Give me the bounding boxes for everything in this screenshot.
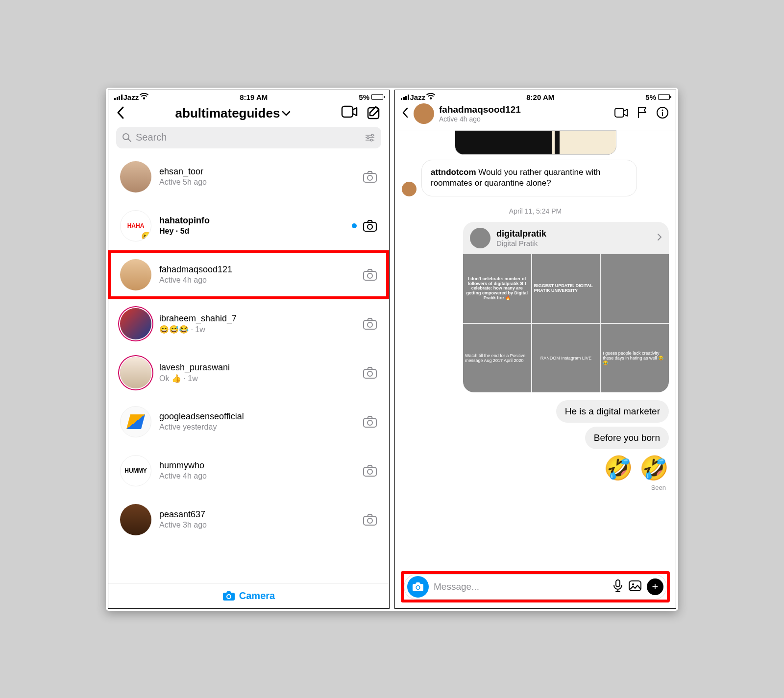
profile-avatar: [470, 228, 490, 248]
unread-dot: [352, 223, 357, 228]
battery-percent: 5%: [645, 93, 656, 101]
svg-point-9: [368, 224, 372, 229]
svg-rect-16: [364, 418, 376, 427]
account-switcher[interactable]: abultimateguides: [175, 106, 291, 121]
camera-bottom-button[interactable]: Camera: [108, 583, 389, 608]
chat-username[interactable]: fahadmaqsood121: [439, 104, 609, 115]
svg-rect-31: [616, 580, 620, 587]
svg-point-13: [368, 322, 372, 327]
svg-point-11: [368, 273, 372, 278]
camera-icon[interactable]: [363, 317, 377, 330]
mic-icon[interactable]: [612, 579, 623, 595]
chat-status: Active 4h ago: [439, 115, 609, 123]
conversation-item[interactable]: googleadsenseofficial Active yesterday: [108, 397, 389, 446]
search-icon: [122, 133, 132, 143]
wifi-icon: [426, 93, 435, 101]
svg-rect-8: [364, 222, 376, 231]
back-button[interactable]: [116, 106, 125, 121]
profile-grid-tile: I guess people lack creativity these day…: [601, 324, 669, 392]
profile-grid-tile: Watch till the end for a Positive messag…: [463, 324, 531, 392]
video-call-icon[interactable]: [614, 107, 629, 120]
flag-icon[interactable]: [637, 106, 648, 121]
camera-button[interactable]: [407, 576, 429, 598]
camera-icon[interactable]: [363, 219, 377, 232]
conversation-sub: Ok 👍 · 1w: [159, 374, 355, 383]
search-input[interactable]: Search: [116, 127, 381, 148]
chevron-right-icon: [657, 233, 662, 243]
svg-rect-18: [364, 467, 376, 476]
seen-indicator: Seen: [651, 484, 666, 491]
post-handle: attndotcom: [431, 168, 476, 177]
conversation-list[interactable]: ehsan_toor Active 5h ago HAHA hahatopinf…: [108, 152, 389, 583]
shared-media-preview[interactable]: [455, 130, 616, 155]
add-more-button[interactable]: +: [647, 578, 663, 595]
camera-icon[interactable]: [363, 170, 377, 183]
back-button[interactable]: [402, 107, 409, 120]
conversation-item[interactable]: ibraheem_shahid_7 😄😅😂 · 1w: [108, 299, 389, 348]
message-input[interactable]: Message... +: [404, 574, 667, 600]
conversation-sub: Active 4h ago: [159, 276, 355, 285]
conversation-name: googleadsenseofficial: [159, 411, 355, 422]
avatar: [120, 259, 151, 290]
conversation-sub: Active yesterday: [159, 423, 355, 432]
conversation-item[interactable]: ehsan_toor Active 5h ago: [108, 152, 389, 201]
chat-avatar[interactable]: [414, 103, 434, 124]
battery-icon: [658, 94, 670, 100]
carrier-label: Jazz: [410, 93, 426, 101]
camera-icon: [222, 590, 235, 601]
search-placeholder: Search: [136, 132, 167, 143]
gallery-icon[interactable]: [628, 580, 642, 594]
timestamp: April 11, 5:24 PM: [402, 207, 669, 215]
profile-grid-tile: I don't celebrate: number of followers o…: [463, 254, 531, 323]
svg-rect-6: [364, 173, 376, 182]
conversation-name: fahadmaqsood121: [159, 265, 355, 275]
outgoing-message: He is a digital marketer: [556, 400, 669, 423]
chevron-down-icon: [282, 111, 291, 117]
svg-point-19: [368, 469, 372, 474]
info-icon[interactable]: [656, 106, 669, 121]
svg-rect-25: [615, 108, 624, 117]
svg-point-24: [227, 595, 230, 598]
camera-icon[interactable]: [363, 415, 377, 428]
camera-icon[interactable]: [363, 268, 377, 281]
conversation-name: hahatopinfo: [159, 216, 344, 226]
conversation-item[interactable]: peasant637 Active 3h ago: [108, 495, 389, 544]
dm-list-screen: Jazz 8:19 AM 5% abultimateguides: [108, 90, 390, 609]
compose-icon[interactable]: [367, 105, 381, 122]
svg-point-4: [367, 137, 369, 139]
video-call-icon[interactable]: [341, 105, 358, 122]
svg-rect-20: [364, 516, 376, 525]
conversation-item-highlighted[interactable]: fahadmaqsood121 Active 4h ago: [108, 250, 389, 299]
status-bar: Jazz 8:20 AM 5%: [395, 90, 676, 102]
profile-grid-tile: [601, 254, 669, 323]
chat-header: fahadmaqsood121 Active 4h ago: [395, 102, 676, 130]
status-time: 8:20 AM: [526, 93, 554, 101]
svg-point-5: [370, 139, 372, 141]
account-name: abultimateguides: [175, 106, 280, 121]
dm-list-header: abultimateguides: [108, 102, 389, 127]
avatar: HUMMY: [120, 455, 151, 486]
avatar: [120, 504, 151, 535]
camera-label: Camera: [239, 590, 275, 602]
conversation-item[interactable]: lavesh_puraswani Ok 👍 · 1w: [108, 348, 389, 397]
conversation-sub: Active 3h ago: [159, 521, 355, 530]
conversation-item[interactable]: HUMMY hummywho Active 4h ago: [108, 446, 389, 495]
chat-screen: Jazz 8:20 AM 5% fahadmaqsood121 Active 4…: [394, 90, 676, 609]
shared-profile-card[interactable]: digitalpratik Digital Pratik I don't cel…: [463, 222, 669, 392]
camera-icon[interactable]: [363, 513, 377, 526]
message-input-highlight: Message... +: [401, 571, 670, 602]
camera-icon[interactable]: [363, 366, 377, 379]
conversation-name: lavesh_puraswani: [159, 362, 355, 373]
svg-point-2: [123, 134, 129, 140]
conversation-item[interactable]: HAHA hahatopinfo Hey · 5d: [108, 201, 389, 250]
svg-rect-14: [364, 369, 376, 378]
profile-grid-tile: RANDOM Instagram LIVE: [532, 324, 600, 392]
conversation-sub: 😄😅😂 · 1w: [159, 325, 355, 334]
filter-icon[interactable]: [365, 133, 375, 142]
svg-point-21: [368, 518, 372, 523]
camera-icon[interactable]: [363, 464, 377, 477]
incoming-message: attndotcom Would you rather quarantine w…: [421, 160, 637, 197]
profile-grid: I don't celebrate: number of followers o…: [463, 254, 669, 392]
conversation-name: peasant637: [159, 509, 355, 520]
chat-body[interactable]: attndotcom Would you rather quarantine w…: [395, 130, 676, 567]
